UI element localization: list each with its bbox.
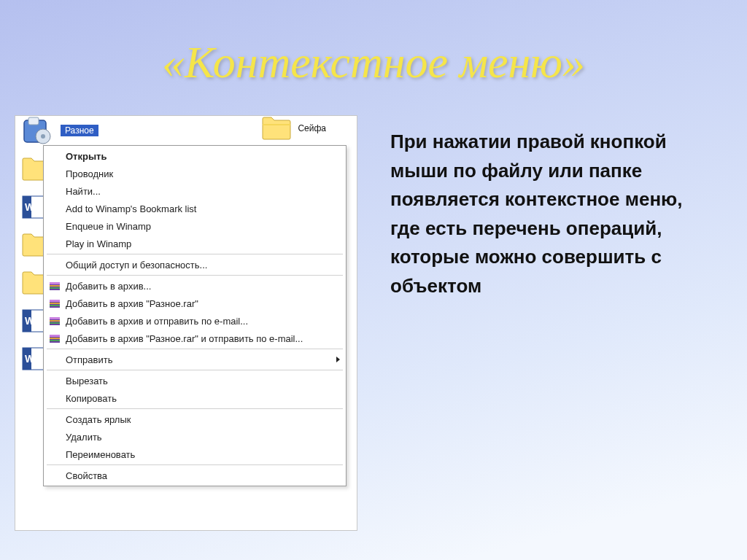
- menu-separator: [47, 275, 343, 276]
- blank-icon: [48, 430, 61, 443]
- menu-label: Удалить: [66, 432, 340, 443]
- menu-label: Общий доступ и безопасность...: [66, 260, 340, 271]
- menu-separator: [47, 254, 343, 254]
- menu-label: Свойства: [66, 470, 340, 481]
- svg-rect-19: [50, 300, 60, 302]
- blank-icon: [48, 374, 61, 387]
- menu-item-cut[interactable]: Вырезать: [45, 372, 344, 389]
- menu-item-copy[interactable]: Копировать: [45, 389, 344, 407]
- folder-icon: [261, 116, 292, 141]
- menu-label: Вырезать: [66, 376, 340, 386]
- context-menu: Открыть Проводник Найти... Add to Winamp…: [43, 145, 347, 486]
- svg-rect-15: [50, 282, 60, 284]
- blank-icon: [48, 469, 61, 482]
- menu-item-send-to[interactable]: Отправить: [45, 351, 344, 368]
- selected-folder-label: Разное: [61, 125, 98, 136]
- menu-label: Add to Winamp's Bookmark list: [66, 203, 340, 214]
- menu-item-properties[interactable]: Свойства: [45, 467, 344, 484]
- desktop-selected-folder[interactable]: Разное: [21, 116, 98, 145]
- menu-label: Play in Winamp: [66, 238, 340, 249]
- menu-item-delete[interactable]: Удалить: [45, 428, 344, 446]
- menu-item-rar-add-named-email[interactable]: Добавить в архив "Разное.rar" и отправит…: [45, 330, 344, 347]
- menu-label: Добавить в архив "Разное.rar" и отправит…: [66, 333, 340, 344]
- winrar-icon: [48, 314, 61, 327]
- menu-label: Добавить в архив "Разное.rar": [66, 298, 340, 309]
- svg-rect-25: [50, 322, 60, 324]
- svg-rect-4: [28, 117, 39, 125]
- menu-item-rar-add[interactable]: Добавить в архив...: [45, 277, 344, 295]
- slide-body-text: При нажатии правой кнопкой мыши по файлу…: [390, 128, 711, 300]
- blank-icon: [48, 353, 61, 366]
- winrar-icon: [48, 297, 61, 310]
- menu-separator: [47, 408, 343, 409]
- menu-item-winamp-enqueue[interactable]: Enqueue in Winamp: [45, 217, 344, 235]
- blank-icon: [48, 392, 61, 405]
- svg-rect-23: [50, 317, 60, 319]
- svg-rect-28: [50, 338, 60, 339]
- svg-text:W: W: [25, 201, 35, 213]
- menu-label: Enqueue in Winamp: [66, 221, 340, 232]
- menu-item-create-shortcut[interactable]: Создать ярлык: [45, 411, 344, 428]
- menu-label: Копировать: [66, 393, 340, 404]
- svg-point-3: [41, 134, 45, 139]
- svg-rect-24: [50, 320, 60, 322]
- menu-item-rar-add-named[interactable]: Добавить в архив "Разное.rar": [45, 295, 344, 312]
- blank-icon: [48, 202, 61, 215]
- menu-item-winamp-bookmark[interactable]: Add to Winamp's Bookmark list: [45, 200, 344, 217]
- menu-label: Отправить: [66, 354, 332, 365]
- blank-icon: [48, 237, 61, 250]
- menu-item-rar-add-email[interactable]: Добавить в архив и отправить по e-mail..…: [45, 312, 344, 330]
- blank-icon: [48, 184, 61, 198]
- blank-icon: [48, 448, 61, 461]
- menu-label: Проводник: [66, 168, 340, 179]
- winrar-icon: [48, 332, 61, 345]
- desktop-folder-right[interactable]: Сейфа: [261, 116, 328, 141]
- svg-rect-21: [50, 305, 60, 306]
- blank-icon: [48, 219, 61, 233]
- svg-rect-17: [50, 287, 60, 289]
- blank-icon: [48, 149, 61, 163]
- menu-item-rename[interactable]: Переименовать: [45, 446, 344, 463]
- menu-label: Создать ярлык: [66, 414, 340, 425]
- svg-text:W: W: [25, 315, 35, 327]
- menu-label: Переименовать: [66, 449, 340, 460]
- menu-separator: [47, 349, 343, 349]
- winrar-icon: [48, 279, 61, 292]
- menu-item-find[interactable]: Найти...: [45, 182, 344, 200]
- installer-icon: [21, 116, 56, 145]
- blank-icon: [48, 258, 61, 271]
- submenu-arrow-icon: [336, 357, 340, 362]
- svg-rect-27: [50, 335, 60, 337]
- menu-label: Добавить в архив и отправить по e-mail..…: [66, 316, 340, 327]
- blank-icon: [48, 167, 61, 180]
- svg-rect-16: [50, 285, 60, 287]
- menu-item-winamp-play[interactable]: Play in Winamp: [45, 235, 344, 252]
- menu-item-sharing[interactable]: Общий доступ и безопасность...: [45, 256, 344, 273]
- menu-label: Добавить в архив...: [66, 281, 340, 292]
- slide-title: «Контекстное меню»: [0, 36, 747, 88]
- svg-text:W: W: [25, 353, 35, 365]
- menu-separator: [47, 464, 343, 465]
- screenshot-panel: Разное Сейфа W W W: [15, 115, 357, 531]
- folder-right-label: Сейфа: [296, 122, 328, 134]
- svg-rect-20: [50, 303, 60, 304]
- blank-icon: [48, 413, 61, 426]
- menu-item-explorer[interactable]: Проводник: [45, 165, 344, 182]
- menu-label: Найти...: [66, 186, 340, 197]
- menu-label: Открыть: [66, 151, 340, 162]
- svg-rect-29: [50, 340, 60, 341]
- menu-separator: [47, 370, 343, 370]
- menu-item-open[interactable]: Открыть: [45, 147, 344, 165]
